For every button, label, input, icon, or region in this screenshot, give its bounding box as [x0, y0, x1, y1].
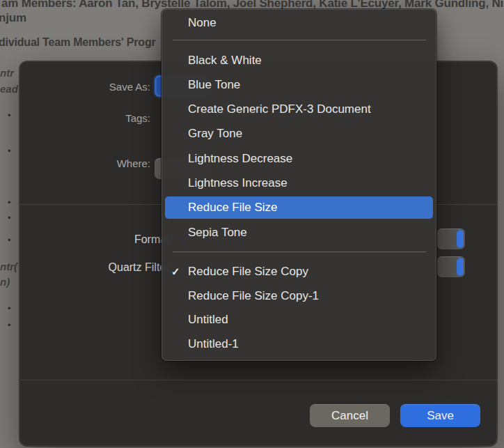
where-label: Where:: [19, 157, 150, 169]
save-as-label: Save As:: [19, 81, 150, 93]
menu-item-black-and-white[interactable]: Black & White: [165, 49, 433, 72]
cancel-button[interactable]: Cancel: [310, 404, 390, 427]
document-bullet: •: [8, 235, 16, 245]
menu-item-reduce-file-size-copy[interactable]: ✓ Reduce File Size Copy: [165, 261, 433, 283]
menu-item-lightness-increase[interactable]: Lightness Increase: [165, 172, 433, 194]
menu-item-gray-tone[interactable]: Gray Tone: [165, 123, 433, 145]
document-text-line2: njum: [0, 11, 26, 25]
menu-item-create-generic-pdfx3[interactable]: Create Generic PDFX-3 Document: [165, 98, 433, 121]
quartz-filter-label: Quartz Filter:: [19, 261, 173, 274]
menu-item-blue-tone[interactable]: Blue Tone: [165, 74, 433, 96]
document-bullet: •: [8, 111, 16, 120]
quartz-filter-menu: None Black & White Blue Tone Create Gene…: [162, 9, 436, 361]
document-bullet: •: [8, 198, 16, 207]
menu-separator: [173, 252, 426, 252]
checkmark-icon: ✓: [171, 265, 187, 278]
menu-item-sepia-tone[interactable]: Sepia Tone: [165, 222, 433, 244]
menu-item-lightness-decrease[interactable]: Lightness Decrease: [165, 148, 433, 170]
format-label: Format:: [19, 233, 173, 246]
popup-arrows-cap: [457, 230, 464, 248]
menu-item-untitled-1[interactable]: Untitled-1: [165, 333, 433, 355]
menu-item-reduce-file-size-copy-1[interactable]: Reduce File Size Copy-1: [165, 285, 433, 307]
menu-item-label: Reduce File Size Copy: [188, 265, 308, 279]
document-bullet: •: [8, 304, 16, 313]
document-margin-fragment: ead: [0, 83, 19, 95]
menu-separator: [173, 40, 426, 40]
document-margin-fragment: ntr: [0, 67, 19, 79]
tags-label: Tags:: [19, 112, 150, 124]
document-bullet: •: [8, 320, 16, 330]
popup-arrows-cap: [457, 258, 464, 276]
menu-item-untitled[interactable]: Untitled: [165, 309, 433, 331]
format-popup-button[interactable]: [437, 229, 465, 249]
document-bullet: •: [8, 213, 16, 222]
document-margin-fragment: ntr(: [0, 261, 19, 272]
screenshot-root: am Members: Aaron Tan, Brystelle Talom, …: [0, 0, 504, 448]
document-margin-fragment: n): [0, 276, 19, 288]
save-button[interactable]: Save: [400, 404, 480, 427]
document-bullet: •: [8, 146, 16, 155]
dialog-separator: [20, 380, 496, 380]
menu-item-reduce-file-size[interactable]: Reduce File Size: [165, 196, 433, 219]
menu-item-none[interactable]: None: [165, 12, 433, 34]
document-text-individual-progress: dividual Team Members' Progr: [0, 36, 156, 49]
quartz-filter-popup-button[interactable]: [437, 256, 465, 277]
